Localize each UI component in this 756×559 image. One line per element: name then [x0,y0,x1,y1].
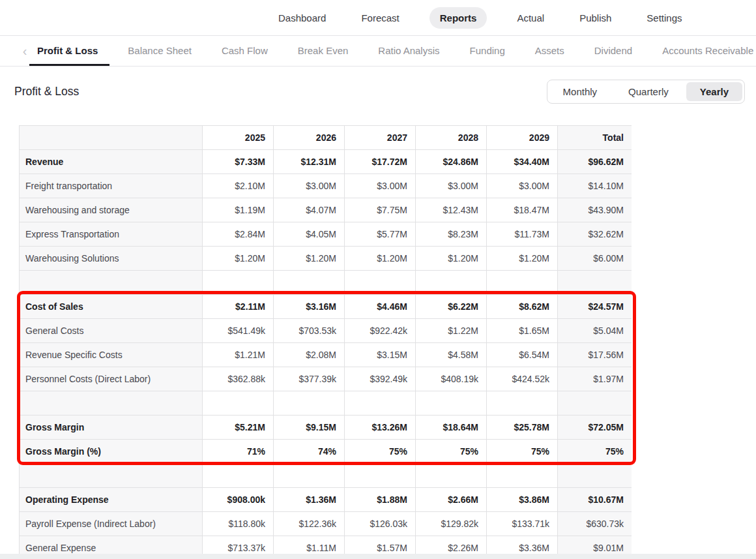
row-value: $96.62M [558,150,632,174]
table-row-personnel-costs-direct-labor: Personnel Costs (Direct Labor)$362.88k$3… [20,367,632,391]
spacer-row [20,464,632,488]
row-value: $9.15M [274,415,345,440]
nav-item-actual[interactable]: Actual [512,12,549,23]
spacer-cell [345,271,416,295]
row-value: $1.20M [416,247,487,271]
row-value: $4.46M [345,295,416,319]
nav-item-dashboard[interactable]: Dashboard [273,12,331,23]
row-value: 75% [416,440,487,464]
table-row-general-expense: General Expense$713.37k$1.11M$1.57M$2.26… [20,536,632,555]
row-value: $7.75M [345,198,416,222]
tab-funding[interactable]: Funding [462,37,513,66]
row-label: Revenue Specific Costs [20,343,203,367]
toggle-yearly[interactable]: Yearly [686,82,742,101]
row-label: Personnel Costs (Direct Labor) [20,367,203,391]
top-nav: DashboardForecastReportsActualPublishSet… [0,0,756,36]
table-row-payroll-expense-indirect-labor: Payroll Expense (Indirect Labor)$118.80k… [20,512,632,536]
row-value: $1.88M [345,488,416,512]
nav-item-forecast[interactable]: Forecast [356,12,404,23]
spacer-cell [416,391,487,415]
row-value: $408.19k [416,367,487,391]
table-row-gross-margin: Gross Margin$5.21M$9.15M$13.26M$18.64M$2… [20,415,632,440]
row-label: Gross Margin [20,415,203,440]
row-label: Payroll Expense (Indirect Labor) [20,512,203,536]
pnl-table-container: 20252026202720282029Total Revenue$7.33M$… [19,125,632,554]
header-cell-label [20,126,203,150]
row-value: $908.00k [203,488,274,512]
row-value: $7.33M [203,150,274,174]
spacer-cell [274,271,345,295]
row-value: $5.04M [558,319,632,343]
table-row-express-transportation: Express Transportation$2.84M$4.05M$5.77M… [20,222,632,247]
tab-cash-flow[interactable]: Cash Flow [214,37,276,66]
row-value: $32.62M [558,222,632,247]
row-value: $25.78M [487,415,558,440]
period-toggle: MonthlyQuarterlyYearly [547,80,745,104]
spacer-cell [558,271,632,295]
nav-item-publish[interactable]: Publish [574,12,617,23]
header-cell-2025: 2025 [203,126,274,150]
header-cell-total: Total [558,126,632,150]
row-value: $2.26M [416,536,487,555]
tab-ratio-analysis[interactable]: Ratio Analysis [370,37,447,66]
tab-assets[interactable]: Assets [527,37,572,66]
spacer-cell [203,271,274,295]
pnl-table-head: 20252026202720282029Total [20,126,632,150]
row-value: $5.77M [345,222,416,247]
row-value: $14.10M [558,174,632,198]
pnl-table: 20252026202720282029Total Revenue$7.33M$… [19,125,632,554]
spacer-cell [20,391,203,415]
row-value: $4.05M [274,222,345,247]
tab-dividend[interactable]: Dividend [587,37,640,66]
row-label: Express Transportation [20,222,203,247]
nav-item-settings[interactable]: Settings [641,12,687,23]
spacer-cell [345,391,416,415]
row-value: $3.36M [487,536,558,555]
row-value: $18.64M [416,415,487,440]
row-value: $541.49k [203,319,274,343]
row-value: $3.00M [416,174,487,198]
toggle-quarterly[interactable]: Quarterly [613,80,684,103]
row-value: $1.36M [274,488,345,512]
row-value: $630.73k [558,512,632,536]
row-value: $1.21M [203,343,274,367]
header-cell-2026: 2026 [274,126,345,150]
nav-item-reports[interactable]: Reports [429,7,487,29]
row-value: $3.15M [345,343,416,367]
row-value: $118.80k [203,512,274,536]
table-row-warehousing-and-storage: Warehousing and storage$1.19M$4.07M$7.75… [20,198,632,222]
tab-accounts-receivable[interactable]: Accounts Receivable [654,37,756,66]
row-label: Freight transportation [20,174,203,198]
spacer-cell [558,464,632,488]
row-value: $392.49k [345,367,416,391]
row-value: $11.73M [487,222,558,247]
tab-balance-sheet[interactable]: Balance Sheet [120,37,199,66]
row-value: $362.88k [203,367,274,391]
row-value: $1.20M [203,247,274,271]
row-value: $424.52k [487,367,558,391]
row-value: $122.36k [274,512,345,536]
tab-profit-loss[interactable]: Profit & Loss [29,37,109,66]
row-value: 75% [558,440,632,464]
header-cell-2027: 2027 [345,126,416,150]
row-value: $17.72M [345,150,416,174]
row-value: $1.65M [487,319,558,343]
tab-break-even[interactable]: Break Even [290,37,356,66]
row-value: $5.21M [203,415,274,440]
row-label: Revenue [20,150,203,174]
page-title: Profit & Loss [14,85,79,98]
spacer-cell [203,464,274,488]
toggle-monthly[interactable]: Monthly [547,80,613,103]
row-value: $1.97M [558,367,632,391]
spacer-cell [487,464,558,488]
row-value: $922.42k [345,319,416,343]
table-row-general-costs: General Costs$541.49k$703.53k$922.42k$1.… [20,319,632,343]
table-row-warehousing-solutions: Warehousing Solutions$1.20M$1.20M$1.20M$… [20,247,632,271]
row-value: $43.90M [558,198,632,222]
row-value: 75% [487,440,558,464]
row-value: $133.71k [487,512,558,536]
spacer-cell [487,391,558,415]
table-row-cost-of-sales: Cost of Sales$2.11M$3.16M$4.46M$6.22M$8.… [20,295,632,319]
row-label: Cost of Sales [20,295,203,319]
row-value: $2.84M [203,222,274,247]
